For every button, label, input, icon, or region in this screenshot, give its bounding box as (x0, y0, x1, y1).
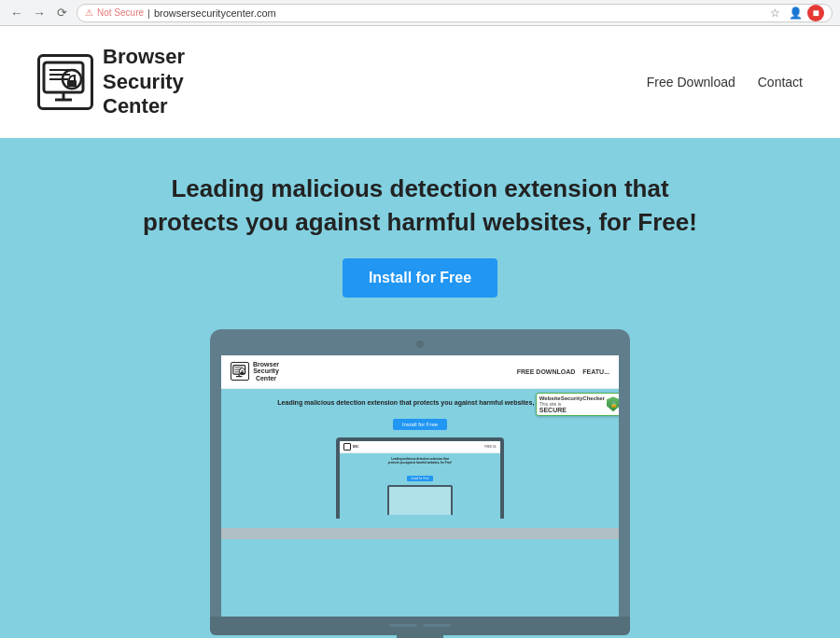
inner-logo-icon (231, 362, 249, 381)
inner-nav-download: FREE DOWNLOAD (517, 368, 576, 375)
inner-inner-screen (389, 487, 451, 515)
site-nav: Free Download Contact (647, 75, 803, 90)
forward-button[interactable]: → (30, 4, 49, 22)
contact-link[interactable]: Contact (758, 75, 803, 90)
inner-install-button[interactable]: Install for Free (393, 419, 447, 430)
inner-site-footer (221, 528, 619, 539)
url-text: browsersecuritycenter.com (154, 7, 276, 19)
inner-inner-nav: FREE DL (484, 445, 497, 449)
inner-monitor-screen: BSC FREE DL Leading malicious detection … (340, 441, 500, 519)
monitor-camera (416, 340, 424, 348)
security-badge-wrapper: WebsiteSecurityChecker This site is SECU… (536, 393, 619, 416)
inner-inner-logo: BSC (343, 443, 358, 451)
hero-section: Leading malicious detection extension th… (0, 138, 840, 638)
inner-nav-features: FEATU... (582, 368, 609, 375)
inner-logo-text: BrowserSecurityCenter (253, 361, 279, 382)
inner-site-body: WebsiteSecurityChecker This site is SECU… (221, 389, 619, 528)
monitor-screen: BrowserSecurityCenter FREE DOWNLOAD FEAT… (221, 355, 619, 617)
base-dash-right (423, 624, 451, 627)
back-button[interactable]: ← (7, 4, 26, 22)
security-badge: WebsiteSecurityChecker This site is SECU… (536, 393, 619, 416)
monitor-base (210, 617, 630, 635)
logo-icon (37, 54, 93, 110)
hero-title: Leading malicious detection extension th… (140, 172, 700, 240)
badge-secure: SECURE (539, 407, 605, 413)
site-header: Browser Security Center Free Download Co… (0, 26, 840, 138)
browser-nav-buttons: ← → ⟳ (7, 4, 71, 22)
shield-icon: 🔒 (607, 396, 619, 411)
free-download-link[interactable]: Free Download (647, 75, 735, 90)
inner-site-header: BrowserSecurityCenter FREE DOWNLOAD FEAT… (221, 355, 619, 389)
badge-title: WebsiteSecurityChecker (539, 395, 605, 401)
address-bar-actions: ☆ 👤 ■ (766, 5, 824, 21)
lock-icon: 🔒 (610, 401, 617, 408)
inner-monitor: BSC FREE DL Leading malicious detection … (336, 437, 504, 519)
not-secure-label: Not Secure (97, 7, 144, 18)
address-bar[interactable]: ⚠ Not Secure | browsersecuritycenter.com… (77, 4, 833, 22)
refresh-button[interactable]: ⟳ (52, 4, 71, 22)
monitor: BrowserSecurityCenter FREE DOWNLOAD FEAT… (210, 329, 630, 638)
inner-inner-text: BSC (353, 445, 358, 449)
monitor-wrapper: BrowserSecurityCenter FREE DOWNLOAD FEAT… (37, 329, 803, 638)
address-separator: | (147, 7, 150, 19)
svg-rect-7 (67, 80, 77, 87)
inner-inner-site: BSC FREE DL Leading malicious detection … (340, 441, 500, 519)
inner-site: BrowserSecurityCenter FREE DOWNLOAD FEAT… (221, 355, 619, 539)
logo-text: Browser Security Center (103, 45, 185, 118)
bookmark-icon[interactable]: ☆ (766, 5, 783, 21)
inner-site-nav: FREE DOWNLOAD FEATU... (517, 368, 609, 375)
account-icon[interactable]: 👤 (787, 5, 804, 21)
inner-inner-icon (343, 443, 351, 451)
inner-inner-monitor (387, 485, 453, 515)
browser-chrome: ← → ⟳ ⚠ Not Secure | browsersecuritycent… (0, 0, 840, 26)
inner-monitor-wrapper: BSC FREE DL Leading malicious detection … (231, 437, 609, 519)
base-dash-left (389, 624, 417, 627)
not-secure-icon: ⚠ (85, 7, 93, 18)
inner-logo: BrowserSecurityCenter (231, 361, 279, 382)
menu-icon[interactable]: ■ (807, 5, 824, 21)
install-button[interactable]: Install for Free (343, 258, 497, 298)
inner-inner-body: Leading malicious detection extension th… (340, 453, 500, 519)
inner-inner-title: Leading malicious detection extension th… (343, 457, 497, 465)
inner-inner-header: BSC FREE DL (340, 441, 500, 453)
logo: Browser Security Center (37, 45, 185, 118)
monitor-outer: BrowserSecurityCenter FREE DOWNLOAD FEAT… (210, 329, 630, 617)
inner-inner-install-btn[interactable]: Install for Free (407, 476, 432, 481)
svg-rect-15 (241, 372, 244, 374)
